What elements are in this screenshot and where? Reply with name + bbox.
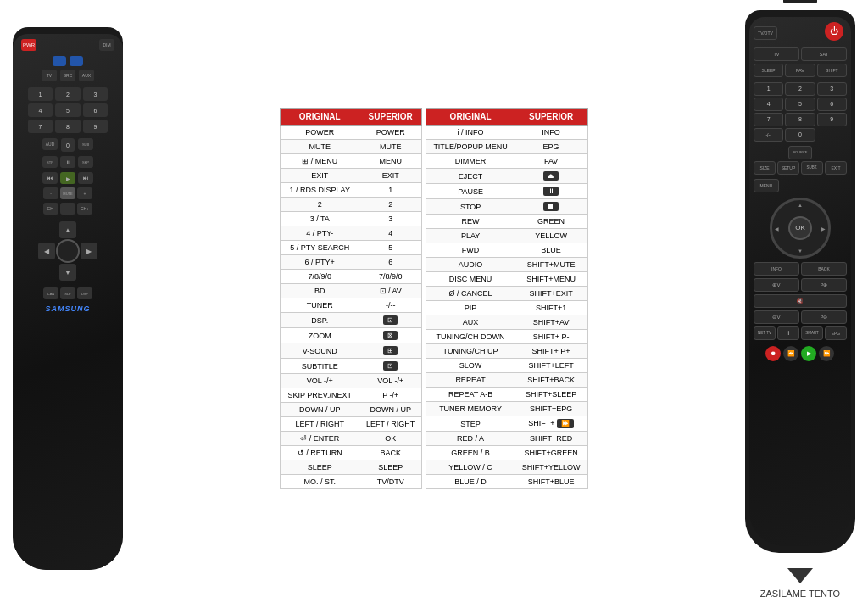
superior-cell: VOL -/+: [359, 374, 422, 388]
table-row: ⊞ / MENUMENU: [281, 154, 422, 169]
num2: 2: [55, 87, 80, 101]
shift-btn-r: SHIFT: [817, 64, 847, 77]
num4: 4: [28, 103, 53, 117]
net-tv-btn: NET TV: [754, 326, 776, 340]
info-btn-r: INFO: [754, 262, 799, 276]
table-row: 7/8/9/07/8/9/0: [281, 270, 422, 284]
original-cell: TUNING/CH DOWN: [426, 330, 515, 344]
original-cell: SKIP PREV./NEXT: [281, 388, 359, 403]
superior-cell: OK: [359, 432, 422, 446]
table-row: PAUSE⏸: [426, 184, 587, 199]
superior-cell: SHIFT+RED: [515, 432, 587, 446]
original-cell: 6 / PTY+: [281, 255, 359, 270]
table-row: REWGREEN: [426, 215, 587, 229]
table-row: DISC MENUSHIFT+MENU: [426, 272, 587, 287]
superior-cell: EXIT: [359, 169, 422, 183]
chm-btn: CH-: [43, 203, 58, 215]
power-indicator: PWR: [21, 39, 36, 51]
original-cell: POWER: [281, 126, 359, 140]
arrow-right: ▶: [81, 243, 97, 259]
original-cell: ZOOM: [281, 328, 359, 343]
superior-cell: FAV: [515, 154, 587, 169]
table-row: DOWN / UPDOWN / UP: [281, 403, 422, 417]
superior-cell: SHIFT+1: [515, 301, 587, 315]
table-row: SUBTITLE⊡: [281, 359, 422, 374]
superior-cell: BLUE: [515, 243, 587, 258]
table-row: GREEN / BSHIFT+GREEN: [426, 446, 587, 460]
num0: 0: [61, 138, 75, 152]
rr-num0: 0: [785, 128, 815, 142]
table-row: Ø / CANCELSHIFT+EXIT: [426, 287, 587, 301]
zasilame-section: ZASÍLÁME TENTO NÁHRADNÍ OVLADAČ: [747, 568, 854, 597]
superior-cell: SLEEP: [359, 460, 422, 475]
original-cell: 5 / PTY SEARCH: [281, 241, 359, 255]
rew-btn-r: ⏪: [783, 346, 798, 361]
vol-up-r: ⊕V: [754, 278, 799, 292]
num5: 5: [55, 103, 80, 117]
table-row: EXITEXIT: [281, 169, 422, 183]
table2-col1-header: ORIGINAL: [426, 109, 515, 126]
table-row: BLUE / DSHIFT+BLUE: [426, 475, 587, 489]
sat-btn: SAT: [801, 47, 847, 61]
original-cell: AUX: [426, 315, 515, 330]
original-cell: V-SOUND: [281, 343, 359, 359]
original-cell: TITLE/POPUP MENU: [426, 140, 515, 154]
table-row: SLOWSHIFT+LEFT: [426, 359, 587, 373]
num8: 8: [55, 120, 80, 133]
original-cell: 2: [281, 198, 359, 212]
red-btn: ⏺: [765, 346, 781, 361]
sleep-btn-r: SLEEP: [754, 64, 783, 77]
table-row: ZOOM⊠: [281, 328, 422, 343]
superior-cell: 1: [359, 183, 422, 198]
original-cell: TUNING/CH UP: [426, 344, 515, 359]
original-cell: FWD: [426, 243, 515, 258]
superior-cell: 3: [359, 212, 422, 226]
superior-cell: ⊞: [359, 343, 422, 359]
original-cell: LEFT / RIGHT: [281, 417, 359, 432]
original-cell: STOP: [426, 199, 515, 215]
tuner-btn: [70, 56, 83, 66]
rr-num3: 3: [817, 82, 847, 96]
original-cell: EXIT: [281, 169, 359, 183]
rr-num6: 6: [817, 98, 847, 111]
superior-cell: SHIFT+GREEN: [515, 446, 587, 460]
right-remote: TV/DTV ⏻ TV SAT SLEEP FAV SHIFT 1 2 3 4: [745, 10, 855, 553]
rr-num-dash: -/--: [754, 128, 783, 142]
superior-cell: ⊡ / AV: [359, 284, 422, 298]
bd-btn: [53, 56, 66, 66]
chp-btn: CH+: [77, 203, 92, 215]
table1-col2-header: SUPERIOR: [359, 109, 422, 126]
pause-r-btn: ⏸: [777, 326, 799, 340]
nav-down-icon: ▼: [798, 248, 803, 254]
original-cell: BD: [281, 284, 359, 298]
menu-btn-r: MENU: [754, 179, 779, 192]
original-cell: DISC MENU: [426, 272, 515, 287]
equals-bar-bottom: [783, 0, 817, 3]
exit-btn-r: EXIT: [825, 161, 847, 175]
samsung-logo: SAMSUNG: [45, 304, 90, 313]
table-row: REPEAT A-BSHIFT+SLEEP: [426, 388, 587, 402]
dimmer-btn: DIM: [99, 39, 114, 51]
table-row: SKIP PREV./NEXTP -/+: [281, 388, 422, 403]
table-row: POWERPOWER: [281, 126, 422, 140]
table-row: 5 / PTY SEARCH5: [281, 241, 422, 255]
rr-num8: 8: [785, 113, 815, 126]
original-cell: EJECT: [426, 169, 515, 184]
superior-cell: 6: [359, 255, 422, 270]
superior-cell: SHIFT+MENU: [515, 272, 587, 287]
rr-num4: 4: [754, 98, 783, 111]
original-cell: PAUSE: [426, 184, 515, 199]
table-row: MO. / ST.TV/DTV: [281, 475, 422, 489]
mute-icon-btn: 🔇: [754, 294, 847, 308]
rr-num9: 9: [817, 113, 847, 126]
original-cell: GREEN / B: [426, 446, 515, 460]
superior-cell: 7/8/9/0: [359, 270, 422, 284]
table-row: TUNER MEMORYSHIFT+EPG: [426, 402, 587, 416]
superior-cell: LEFT / RIGHT: [359, 417, 422, 432]
ok-btn: OK: [788, 216, 812, 240]
superior-cell: SHIFT+BLUE: [515, 475, 587, 489]
superior-cell: SHIFT+EXIT: [515, 287, 587, 301]
table-row: 6 / PTY+6: [281, 255, 422, 270]
sleep-left-btn: SLP: [60, 287, 75, 299]
original-cell: 1 / RDS DISPLAY: [281, 183, 359, 198]
